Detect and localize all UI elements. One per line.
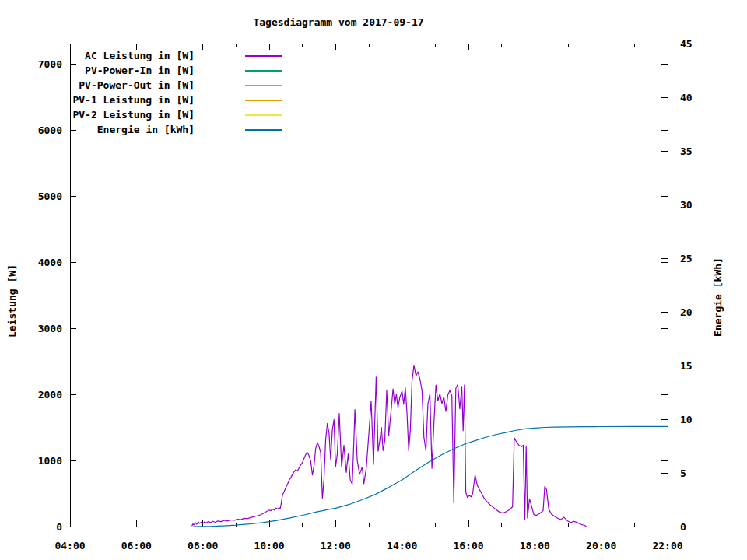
x-tick-label: 16:00: [453, 540, 483, 551]
series-line-energie-in-kwh: [193, 426, 668, 527]
legend-label: PV-Power-In in [W]: [47, 64, 195, 78]
y-left-tick-label: 1000: [38, 455, 62, 467]
y-left-tick-label: 4000: [38, 257, 62, 268]
y-left-tick-label: 2000: [38, 389, 62, 401]
y-right-tick-label: 10: [680, 414, 693, 425]
y-right-tick-label: 20: [680, 306, 693, 318]
y-right-tick-label: 15: [680, 360, 693, 372]
legend-label: PV-Power-Out in [W]: [47, 79, 195, 93]
x-tick-label: 18:00: [520, 540, 550, 551]
chart-title: Tagesdiagramm vom 2017-09-17: [70, 16, 607, 28]
legend-color-line: [245, 129, 282, 131]
legend-color-line: [245, 114, 282, 116]
legend-label: AC Leistung in [W]: [47, 49, 195, 63]
x-tick-label: 22:00: [652, 540, 682, 551]
legend-color-line: [245, 85, 282, 86]
x-tick-label: 12:00: [321, 540, 351, 551]
y-left-tick-label: 3000: [38, 323, 62, 334]
x-tick-label: 04:00: [54, 540, 85, 551]
y-right-tick-label: 40: [680, 92, 693, 103]
y-left-axis-title: Leistung [W]: [6, 264, 18, 338]
y-right-tick-label: 45: [680, 38, 693, 50]
legend-label: PV-1 Leistung in [W]: [47, 93, 195, 107]
legend-color-line: [245, 70, 282, 72]
x-tick-label: 06:00: [121, 540, 152, 551]
x-tick-label: 14:00: [387, 540, 417, 551]
y-right-tick-label: 0: [680, 521, 686, 533]
y-left-tick-label: 0: [56, 521, 62, 533]
x-tick-label: 20:00: [586, 540, 616, 551]
legend-color-line: [245, 55, 282, 57]
y-right-tick-label: 25: [680, 253, 693, 264]
y-right-axis-title: Energie [kWh]: [712, 257, 724, 337]
y-right-tick-label: 30: [680, 199, 693, 211]
y-right-tick-label: 35: [680, 145, 693, 157]
series-line-ac-leistung-in-w: [192, 366, 587, 527]
y-right-tick-label: 5: [680, 467, 686, 479]
legend-label: Energie in [kWh]: [47, 123, 195, 137]
legend-label: PV-2 Leistung in [W]: [47, 108, 195, 122]
legend-color-line: [245, 100, 282, 101]
daily-pv-chart: 04:0006:0008:0010:0012:0014:0016:0018:00…: [0, 0, 747, 560]
x-tick-label: 10:00: [254, 540, 284, 551]
y-left-tick-label: 5000: [38, 191, 62, 202]
x-tick-label: 08:00: [188, 540, 218, 551]
